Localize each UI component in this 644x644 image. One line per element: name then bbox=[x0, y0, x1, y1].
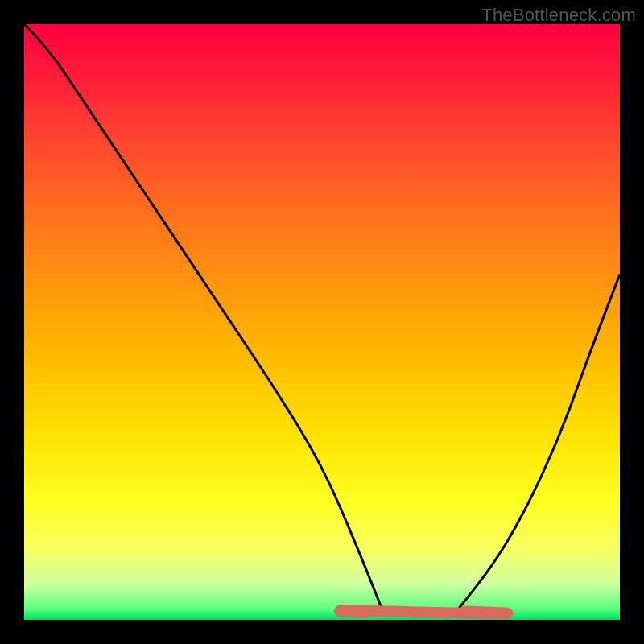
left-descent-curve bbox=[24, 24, 382, 608]
right-ascent-curve bbox=[459, 275, 620, 608]
watermark-text: TheBottleneck.com bbox=[481, 5, 636, 26]
chart-frame: TheBottleneck.com bbox=[0, 0, 644, 644]
chart-svg bbox=[24, 24, 620, 620]
marker-band bbox=[340, 611, 507, 614]
plot-area bbox=[24, 24, 620, 620]
